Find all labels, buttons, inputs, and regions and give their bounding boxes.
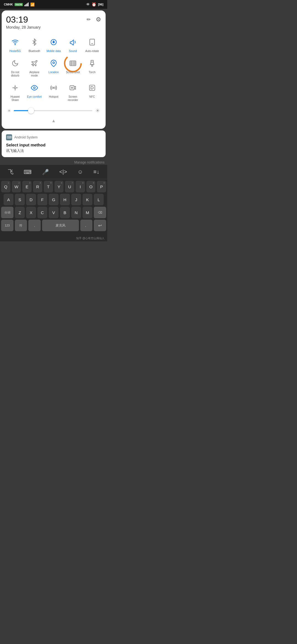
keyboard-row-3: 分词 Z X C V B N M ⌫ [1, 207, 106, 218]
toggle-do-not-disturb[interactable]: Do not disturb [6, 56, 24, 78]
key-j[interactable]: J [71, 194, 81, 205]
key-i[interactable]: 8I [76, 181, 85, 192]
screen-recorder-label: Screen recorder [64, 95, 81, 102]
battery-indicator: [96] [98, 3, 103, 6]
wifi-label: Hostel5G [9, 50, 21, 53]
key-d[interactable]: D [26, 194, 36, 205]
toggle-airplane[interactable]: Airplane mode [25, 56, 43, 78]
kb-tool-dismiss[interactable]: ≡↓ [92, 168, 100, 176]
brightness-thumb[interactable] [28, 108, 34, 114]
kb-tool-mic[interactable]: 🎤 [41, 168, 50, 176]
toggle-auto-rotate[interactable]: Auto-rotate [83, 35, 101, 54]
key-m[interactable]: M [82, 207, 92, 218]
key-backspace[interactable]: ⌫ [94, 207, 106, 218]
alarm-icon: ⏰ [92, 2, 96, 7]
key-z[interactable]: Z [15, 207, 25, 218]
toggle-hotspot[interactable]: Hotspot [45, 81, 63, 103]
svg-point-18 [14, 87, 16, 89]
key-h[interactable]: H [60, 194, 70, 205]
toggle-screenshot[interactable]: Screenshot [64, 56, 82, 78]
key-p[interactable]: 0P [97, 181, 106, 192]
kb-tool-cursor[interactable]: <|> [58, 168, 68, 176]
time-display: 03:19 [6, 15, 41, 24]
mobile-data-icon [48, 36, 60, 48]
status-bar: CMHK VoLTE 📶 👁 ⏰ [96] [0, 0, 107, 9]
key-r[interactable]: 4R [33, 181, 42, 192]
kb-tool-ime[interactable]: 飞 [7, 167, 15, 177]
toggle-grid: Hostel5G Bluetooth [6, 35, 101, 103]
key-f[interactable]: F [37, 194, 47, 205]
key-a[interactable]: A [4, 194, 13, 205]
toggle-location[interactable]: Location [45, 56, 63, 78]
key-enter[interactable]: ↩ [94, 220, 106, 231]
toggle-sound[interactable]: Sound [64, 35, 82, 54]
key-n[interactable]: N [71, 207, 81, 218]
key-k[interactable]: K [82, 194, 92, 205]
bluetooth-label: Bluetooth [29, 50, 40, 53]
key-y[interactable]: 6Y [54, 181, 64, 192]
svg-point-0 [15, 44, 15, 45]
toggle-eye-comfort[interactable]: Eye comfort [25, 81, 43, 103]
toggle-mobile-data[interactable]: Mobile data [45, 35, 63, 54]
toggle-nfc[interactable]: NFC [83, 81, 101, 103]
eye-icon: 👁 [86, 2, 90, 7]
sound-icon [67, 36, 79, 48]
key-o[interactable]: 9O [86, 181, 96, 192]
volte-badge: VoLTE [15, 3, 23, 6]
brightness-control[interactable]: ☀ ☀ [6, 107, 101, 114]
auto-rotate-label: Auto-rotate [85, 50, 99, 53]
eye-comfort-icon [28, 82, 40, 94]
notification-title: Select input method [6, 143, 101, 147]
key-w[interactable]: 2W [12, 181, 21, 192]
toggle-wifi[interactable]: Hostel5G [6, 35, 24, 54]
do-not-disturb-label: Do not disturb [7, 71, 24, 77]
location-label: Location [48, 71, 59, 74]
manage-notifications[interactable]: Manage notifications [0, 159, 107, 165]
toggle-screen-recorder[interactable]: Screen recorder [64, 81, 82, 103]
toggle-torch[interactable]: Torch [83, 56, 101, 78]
kb-tool-emoji[interactable]: ☺ [76, 168, 84, 176]
collapse-arrow[interactable]: ▲ [6, 117, 101, 124]
brightness-min-icon: ☀ [7, 108, 11, 113]
key-comma[interactable]: ， [28, 220, 41, 231]
key-q[interactable]: 1Q [1, 181, 10, 192]
airplane-label: Airplane mode [26, 71, 43, 77]
hotspot-label: Hotspot [49, 95, 58, 99]
carrier-label: CMHK [4, 3, 13, 6]
svg-point-19 [34, 87, 35, 89]
key-s[interactable]: S [15, 194, 25, 205]
key-fenci[interactable]: 分词 [1, 207, 13, 218]
notification-card: ⌨ Android System Select input method 讯飞输… [2, 130, 106, 157]
status-left: CMHK VoLTE 📶 [4, 2, 35, 7]
footer-attribution: 知乎 @心有空山滴仙人 [0, 235, 107, 241]
key-g[interactable]: G [49, 194, 59, 205]
key-e[interactable]: 3E [22, 181, 32, 192]
key-b[interactable]: B [60, 207, 70, 218]
brightness-track[interactable] [14, 110, 92, 111]
key-x[interactable]: X [26, 207, 36, 218]
key-period[interactable]: 。 [80, 220, 93, 231]
svg-rect-17 [92, 65, 93, 67]
toggle-bluetooth[interactable]: Bluetooth [25, 35, 43, 54]
toggle-huawei-share[interactable]: Huawei Share [6, 81, 24, 103]
eye-comfort-label: Eye comfort [27, 95, 42, 99]
key-symbols[interactable]: 符 [15, 220, 27, 231]
key-c[interactable]: C [37, 207, 47, 218]
key-v[interactable]: V [49, 207, 59, 218]
kb-tool-keyboard[interactable]: ⌨ [23, 168, 33, 176]
screenshot-label: Screenshot [66, 71, 80, 74]
key-l[interactable]: L [94, 194, 104, 205]
settings-button[interactable]: ⚙ [96, 16, 101, 23]
key-123[interactable]: 123 [1, 220, 13, 231]
notification-header: ⌨ Android System [6, 134, 101, 140]
svg-point-8 [53, 62, 55, 64]
edit-button[interactable]: ✏ [87, 17, 91, 23]
svg-rect-23 [89, 85, 95, 91]
svg-rect-7 [90, 39, 94, 45]
key-t[interactable]: 5T [44, 181, 53, 192]
key-space[interactable]: 麦克风 [42, 220, 79, 231]
date-display: Monday, 28 January [6, 25, 41, 29]
keyboard: 1Q 2W 3E 4R 5T 6Y 7U 8I 9O 0P A S D F G … [0, 179, 107, 235]
key-u[interactable]: 7U [65, 181, 74, 192]
notification-subtitle: 讯飞输入法 [6, 148, 101, 153]
